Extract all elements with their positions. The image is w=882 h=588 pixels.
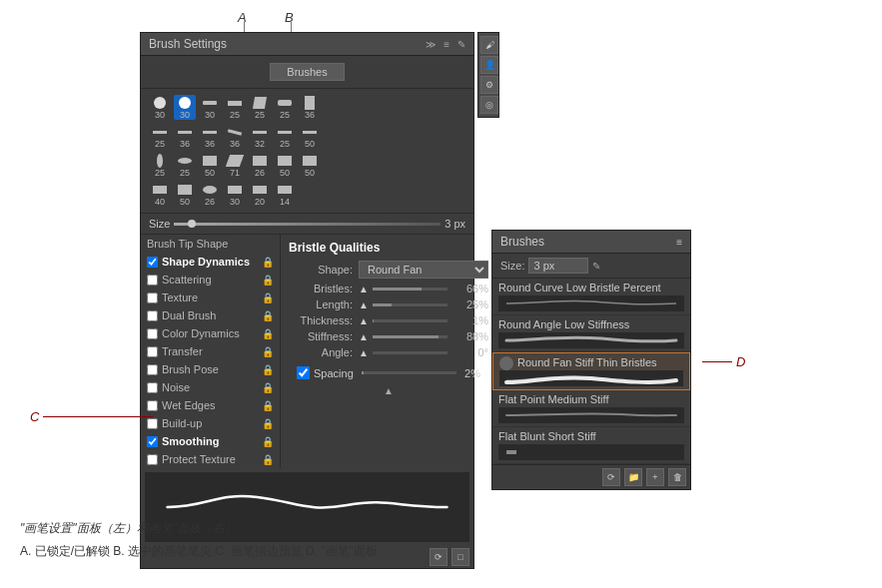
transfer-checkbox[interactable] <box>147 346 158 357</box>
tip-cell[interactable]: 25 <box>224 95 246 120</box>
dual-brush-checkbox[interactable] <box>147 310 158 321</box>
menu-icon[interactable]: ≡ <box>443 39 449 50</box>
option-shape-dynamics[interactable]: Shape Dynamics 🔒 <box>141 253 280 271</box>
brush-pose-checkbox[interactable] <box>147 364 158 375</box>
brush-item-name: Round Fan Stiff Thin Bristles <box>517 356 657 368</box>
option-build-up[interactable]: Build-up 🔒 <box>141 414 280 432</box>
expand-icon[interactable]: ≫ <box>426 39 436 50</box>
thickness-value: 1% <box>453 314 488 326</box>
tip-cell[interactable]: 36 <box>174 124 196 149</box>
annotation-b: B <box>285 10 294 25</box>
tip-cell[interactable]: 50 <box>199 153 221 178</box>
bristles-bar[interactable] <box>373 288 447 291</box>
shape-dynamics-checkbox[interactable] <box>147 257 158 268</box>
tip-cell[interactable]: 20 <box>249 182 271 207</box>
brushes-size-input[interactable] <box>528 258 588 274</box>
tip-cell[interactable]: 25 <box>274 95 296 120</box>
brush-list-item[interactable]: Flat Point Medium Stiff <box>492 390 690 427</box>
tip-cell[interactable]: 50 <box>274 153 296 178</box>
option-dual-brush[interactable]: Dual Brush 🔒 <box>141 306 280 324</box>
option-brush-pose[interactable]: Brush Pose 🔒 <box>141 360 280 378</box>
size-slider-track[interactable] <box>174 223 441 226</box>
tip-cell[interactable]: 14 <box>274 182 296 207</box>
spacing-checkbox[interactable] <box>297 366 310 379</box>
option-texture[interactable]: Texture 🔒 <box>141 289 280 306</box>
tip-cell[interactable]: 40 <box>149 182 171 207</box>
brush-item-name: Round Angle Low Stiffness <box>498 318 684 330</box>
angle-bar[interactable] <box>373 351 447 354</box>
tip-cell[interactable]: 30 <box>224 182 246 207</box>
brushes-menu-icon[interactable]: ≡ <box>676 237 682 248</box>
size-value: 3 px <box>444 218 465 230</box>
brushes-delete-icon[interactable]: 🗑 <box>668 468 686 486</box>
tip-cell[interactable]: 26 <box>199 182 221 207</box>
bristles-label: Bristles: <box>289 283 359 294</box>
lock-icon: 🔒 <box>262 346 274 357</box>
tip-cell[interactable]: 25 <box>174 153 196 178</box>
brushes-cycle-icon[interactable]: ⟳ <box>602 468 620 486</box>
brushes-folder-icon[interactable]: 📁 <box>624 468 642 486</box>
circle-icon[interactable]: ◎ <box>480 96 498 114</box>
scattering-checkbox[interactable] <box>147 275 158 286</box>
brush-icon[interactable]: 🖌 <box>480 36 498 54</box>
option-smoothing[interactable]: Smoothing 🔒 <box>141 432 280 450</box>
brushes-size-edit-icon[interactable]: ✎ <box>592 261 600 272</box>
tip-cell[interactable]: 36 <box>224 124 246 149</box>
tools-icon[interactable]: ⚙ <box>480 76 498 94</box>
length-bar[interactable] <box>373 303 447 306</box>
color-dynamics-checkbox[interactable] <box>147 328 158 339</box>
brush-list-item[interactable]: Round Curve Low Bristle Percent <box>492 279 690 315</box>
option-wet-edges[interactable]: Wet Edges 🔒 <box>141 396 280 414</box>
option-protect-texture[interactable]: Protect Texture 🔒 <box>141 450 280 468</box>
stiffness-bar[interactable] <box>373 335 447 338</box>
smoothing-checkbox[interactable] <box>147 436 158 447</box>
tip-cell[interactable]: 30 <box>149 95 171 120</box>
option-brush-tip-shape[interactable]: Brush Tip Shape <box>141 235 280 253</box>
person-icon[interactable]: 👤 <box>480 56 498 74</box>
brushes-button[interactable]: Brushes <box>270 63 344 81</box>
tip-cell[interactable]: 25 <box>249 95 271 120</box>
tip-cell-selected[interactable]: 30 <box>174 95 196 120</box>
option-transfer[interactable]: Transfer 🔒 <box>141 342 280 360</box>
bristle-shape-row: Shape: Round Fan Round Flat <box>289 261 488 279</box>
tip-cell[interactable]: 32 <box>249 124 271 149</box>
option-label: Protect Texture <box>162 453 236 465</box>
brush-list-item-selected[interactable]: Round Fan Stiff Thin Bristles <box>492 352 690 390</box>
tip-cell[interactable]: 50 <box>299 124 321 149</box>
tip-cell[interactable]: 36 <box>199 124 221 149</box>
tip-cell[interactable]: 26 <box>249 153 271 178</box>
option-label: Wet Edges <box>162 399 216 411</box>
tip-cell[interactable]: 25 <box>149 153 171 178</box>
protect-texture-checkbox[interactable] <box>147 454 158 465</box>
brushes-new-icon[interactable]: + <box>646 468 664 486</box>
tip-cell[interactable]: 50 <box>174 182 196 207</box>
shape-select[interactable]: Round Fan Round Flat <box>359 261 488 279</box>
brush-item-preview <box>498 444 684 460</box>
stiffness-value: 88% <box>453 330 488 342</box>
tip-row-3: 25 25 50 71 26 50 <box>145 151 469 180</box>
tip-cell[interactable]: 50 <box>299 153 321 178</box>
brush-list-item[interactable]: Round Angle Low Stiffness <box>492 315 690 352</box>
brush-list-item[interactable]: Flat Blunt Short Stiff <box>492 427 690 464</box>
lock-icon: 🔒 <box>262 382 274 393</box>
tip-cell[interactable]: 25 <box>149 124 171 149</box>
size-slider-container[interactable] <box>170 223 444 226</box>
panel-title: Brush Settings <box>149 37 227 51</box>
option-scattering[interactable]: Scattering 🔒 <box>141 271 280 289</box>
noise-checkbox[interactable] <box>147 382 158 393</box>
right-sidebar: 🖌 👤 ⚙ ◎ <box>477 32 499 118</box>
spacing-bar[interactable] <box>362 371 456 374</box>
annotation-d-letter: D <box>736 354 745 369</box>
thickness-bar[interactable] <box>373 319 447 322</box>
tip-cell[interactable]: 36 <box>299 95 321 120</box>
tip-cell[interactable]: 25 <box>274 124 296 149</box>
options-list: Brush Tip Shape Shape Dynamics 🔒 Scatter… <box>141 235 281 468</box>
tip-cell[interactable]: 30 <box>199 95 221 120</box>
option-noise[interactable]: Noise 🔒 <box>141 378 280 396</box>
tip-cell[interactable]: 71 <box>224 153 246 178</box>
texture-checkbox[interactable] <box>147 293 158 303</box>
size-slider-thumb[interactable] <box>188 220 196 228</box>
angle-triangle: ▲ <box>359 347 369 358</box>
option-color-dynamics[interactable]: Color Dynamics 🔒 <box>141 324 280 342</box>
edit-icon[interactable]: ✎ <box>457 39 465 50</box>
